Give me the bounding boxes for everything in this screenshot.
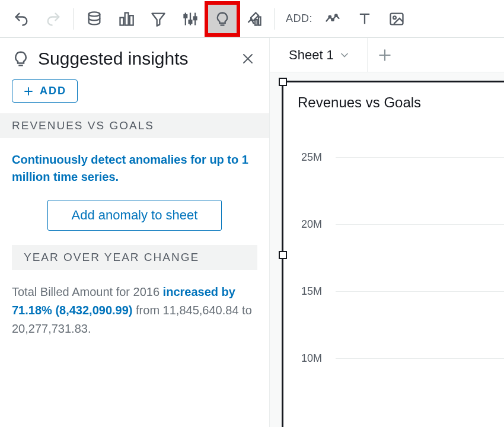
resize-handle-middle-left[interactable] <box>279 251 287 259</box>
svg-point-14 <box>331 18 334 20</box>
plus-icon <box>23 86 34 97</box>
text-icon <box>356 11 373 27</box>
y-tick: 25M <box>301 151 322 164</box>
chart-visual[interactable]: Revenues vs Goals 25M 20M 15M 10M <box>282 81 504 427</box>
y-tick: 15M <box>301 285 322 298</box>
svg-rect-2 <box>125 12 129 25</box>
sheet-tabs: Sheet 1 <box>270 38 504 72</box>
main-area: Suggested insights ADD REVENUES VS GOALS… <box>0 38 504 427</box>
yoy-insight: Total Billed Amount for 2016 increased b… <box>0 270 269 352</box>
gridline <box>336 358 504 359</box>
plus-icon <box>377 47 393 63</box>
toolbar-separator <box>74 8 74 30</box>
add-button-label: ADD <box>40 85 66 97</box>
svg-point-0 <box>89 12 100 16</box>
undo-icon <box>13 11 30 27</box>
chart-title: Revenues vs Goals <box>283 82 504 116</box>
add-text-button[interactable] <box>350 5 379 33</box>
toolbar-separator <box>275 8 275 30</box>
redo-icon <box>45 11 62 27</box>
sidebar-header: Suggested insights <box>0 38 269 75</box>
filter-button[interactable] <box>144 5 173 33</box>
svg-marker-4 <box>152 13 165 26</box>
add-image-button[interactable] <box>382 5 411 33</box>
canvas-area: Sheet 1 Revenues vs Goals 25M 20M 15M 10… <box>270 38 504 427</box>
svg-rect-9 <box>189 20 192 23</box>
add-sheet-button[interactable] <box>368 38 402 72</box>
add-insight-button[interactable]: ADD <box>12 79 78 103</box>
svg-point-13 <box>329 15 331 18</box>
insights-sidebar: Suggested insights ADD REVENUES VS GOALS… <box>0 38 270 427</box>
yoy-text: Total Billed Amount for 2016 increased b… <box>12 283 257 338</box>
yoy-prefix: Total Billed Amount for 2016 <box>12 285 163 298</box>
lightbulb-icon <box>214 11 231 27</box>
line-chart-icon <box>324 11 341 27</box>
svg-rect-11 <box>255 20 257 25</box>
insights-button[interactable] <box>208 5 237 33</box>
add-anomaly-button[interactable]: Add anomaly to sheet <box>47 200 222 231</box>
image-icon <box>388 11 405 27</box>
close-sidebar-button[interactable] <box>238 49 257 68</box>
visualize-button[interactable] <box>112 5 141 33</box>
svg-rect-12 <box>259 17 261 25</box>
redo-button[interactable] <box>39 5 68 33</box>
data-button[interactable] <box>80 5 109 33</box>
section-header-yoy: YEAR OVER YEAR CHANGE <box>12 245 257 270</box>
bar-chart-icon <box>118 11 135 27</box>
anomaly-insight: Continuously detect anomalies for up to … <box>0 138 269 245</box>
pencil-chart-icon <box>246 11 263 27</box>
add-visual-button[interactable] <box>318 5 347 33</box>
parameters-button[interactable] <box>176 5 205 33</box>
undo-button[interactable] <box>7 5 36 33</box>
resize-handle-top-left[interactable] <box>279 78 287 86</box>
tab-label: Sheet 1 <box>289 47 334 63</box>
svg-rect-1 <box>120 17 124 25</box>
gridline <box>336 224 504 225</box>
svg-rect-3 <box>130 15 133 25</box>
svg-point-15 <box>335 14 337 17</box>
gridline <box>336 291 504 292</box>
svg-rect-8 <box>184 15 187 18</box>
lightbulb-icon <box>12 50 30 68</box>
y-tick: 20M <box>301 218 322 231</box>
section-header-anomaly: REVENUES VS GOALS <box>0 113 269 138</box>
gridline <box>336 157 504 158</box>
chevron-down-icon <box>339 49 350 61</box>
y-tick: 10M <box>301 352 322 365</box>
toolbar: ADD: <box>0 0 504 38</box>
filter-icon <box>150 11 167 27</box>
sliders-icon <box>182 11 199 27</box>
svg-rect-10 <box>194 17 197 20</box>
sidebar-title: Suggested insights <box>38 49 230 69</box>
tab-sheet1[interactable]: Sheet 1 <box>270 38 368 72</box>
svg-point-17 <box>393 16 396 19</box>
actions-button[interactable] <box>240 5 269 33</box>
toolbar-add-label: ADD: <box>286 12 312 25</box>
anomaly-description: Continuously detect anomalies for up to … <box>12 151 257 186</box>
database-icon <box>86 11 103 27</box>
close-icon <box>241 52 255 66</box>
